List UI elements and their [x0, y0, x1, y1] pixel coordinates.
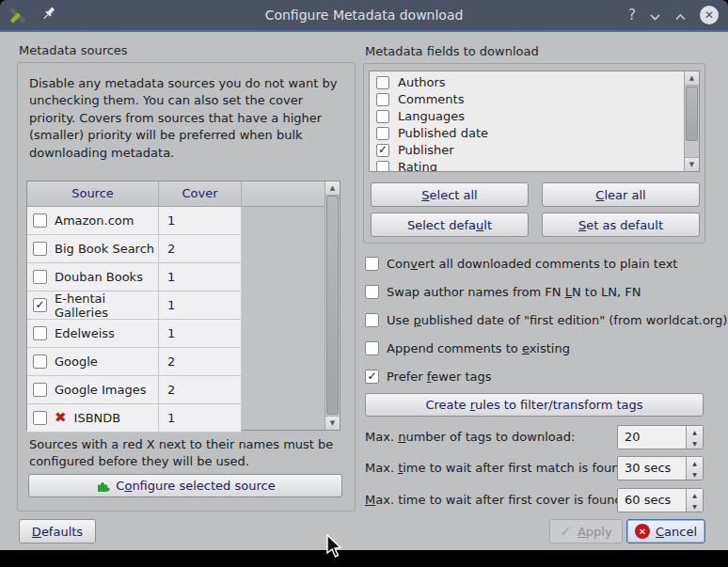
- sources-table-header[interactable]: Source Cover priority: [27, 181, 326, 207]
- titlebar[interactable]: Configure Metadata download ? ✕: [0, 0, 728, 30]
- field-checkbox[interactable]: ✓: [376, 161, 389, 173]
- option-checkbox[interactable]: ✓: [365, 370, 379, 384]
- field-checkbox[interactable]: ✓: [376, 76, 389, 89]
- field-row-languages[interactable]: ✓ Languages: [370, 107, 687, 125]
- fields-list-scrollbar[interactable]: ▲ ▼: [684, 71, 699, 171]
- field-row-authors[interactable]: ✓ Authors: [370, 73, 687, 91]
- field-checkbox[interactable]: ✓: [376, 127, 389, 140]
- scrollbar-thumb[interactable]: [686, 87, 698, 141]
- spin-up-icon[interactable]: ▲: [687, 426, 703, 437]
- sources-table-rows: ✓ Amazon.com 1 ✓ Big Book Search 2 ✓ D: [27, 207, 326, 430]
- option-label: Swap author names from FN LN to LN, FN: [387, 285, 641, 299]
- scroll-up-icon[interactable]: ▲: [685, 71, 699, 86]
- column-header-source[interactable]: Source: [27, 181, 159, 206]
- option-swap-author-names[interactable]: ✓ Swap author names from FN LN to LN, FN: [365, 284, 641, 299]
- cover-priority-cell[interactable]: 1: [159, 320, 242, 348]
- configure-selected-source-button[interactable]: Configure selected source: [28, 474, 342, 497]
- chevron-down-icon[interactable]: [649, 10, 661, 20]
- option-label: Use published date of "first edition" (f…: [387, 313, 727, 327]
- cancel-button[interactable]: ✕ Cancel: [626, 519, 705, 543]
- max-cover-wait-spinner[interactable]: 60 secs ▲ ▼: [617, 488, 704, 512]
- option-checkbox[interactable]: ✓: [365, 341, 379, 355]
- close-button[interactable]: ✕: [700, 6, 719, 24]
- source-checkbox[interactable]: ✓: [33, 383, 47, 397]
- source-checkbox[interactable]: ✓: [33, 270, 47, 284]
- cover-priority-cell[interactable]: 2: [159, 376, 242, 404]
- option-append-comments[interactable]: ✓ Append comments to existing: [365, 340, 570, 355]
- option-checkbox[interactable]: ✓: [365, 285, 379, 299]
- cover-priority-cell[interactable]: 1: [159, 207, 242, 235]
- set-as-default-label: Set as default: [578, 218, 663, 232]
- max-match-wait-spinner[interactable]: 30 secs ▲ ▼: [617, 456, 704, 480]
- spin-down-icon[interactable]: ▼: [687, 500, 703, 512]
- source-checkbox[interactable]: ✓: [33, 326, 47, 340]
- source-name: Douban Books: [55, 270, 143, 284]
- column-header-cover-priority[interactable]: Cover priority: [159, 181, 242, 206]
- configure-metadata-dialog: Configure Metadata download ? ✕ Metadata…: [0, 0, 728, 567]
- help-icon[interactable]: ?: [628, 8, 636, 23]
- source-checkbox[interactable]: ✓: [33, 298, 47, 312]
- defaults-button[interactable]: Defaults: [19, 519, 96, 543]
- select-all-button[interactable]: Select all: [371, 182, 529, 207]
- source-name: Google: [55, 354, 98, 369]
- max-tags-value[interactable]: 20: [618, 426, 686, 449]
- option-checkbox[interactable]: ✓: [365, 313, 379, 327]
- cover-priority-cell[interactable]: 1: [159, 263, 242, 291]
- set-as-default-button[interactable]: Set as default: [542, 213, 700, 237]
- field-row-rating[interactable]: ✓ Rating: [370, 158, 687, 172]
- cover-priority-cell[interactable]: 1: [159, 404, 242, 433]
- source-name: Amazon.com: [55, 213, 134, 228]
- table-row-google-images[interactable]: ✓ Google Images 2: [27, 376, 326, 404]
- cover-priority-cell[interactable]: 2: [159, 348, 242, 376]
- apply-button[interactable]: ✓ Apply: [549, 519, 623, 543]
- scroll-down-icon[interactable]: ▼: [325, 416, 340, 430]
- cancel-label: Cancel: [656, 525, 697, 539]
- select-default-label: Select default: [407, 218, 492, 232]
- field-checkbox[interactable]: ✓: [376, 144, 389, 157]
- select-default-button[interactable]: Select default: [371, 213, 529, 237]
- spin-down-icon[interactable]: ▼: [687, 437, 703, 449]
- max-tags-spinner[interactable]: 20 ▲ ▼: [617, 425, 704, 449]
- table-row-amazon[interactable]: ✓ Amazon.com 1: [27, 207, 326, 235]
- spin-up-icon[interactable]: ▲: [687, 489, 703, 500]
- source-checkbox[interactable]: ✓: [33, 411, 47, 425]
- source-checkbox[interactable]: ✓: [33, 354, 47, 369]
- table-row-douban-books[interactable]: ✓ Douban Books 1: [27, 263, 326, 291]
- option-prefer-fewer-tags[interactable]: ✓ Prefer fewer tags: [365, 369, 492, 384]
- source-checkbox[interactable]: ✓: [33, 242, 47, 256]
- source-checkbox[interactable]: ✓: [33, 213, 47, 228]
- table-row-isbndb[interactable]: ✓ ✖ ISBNDB 1: [27, 404, 326, 433]
- table-row-google[interactable]: ✓ Google 2: [27, 348, 326, 376]
- metadata-sources-group-title: Metadata sources: [19, 43, 128, 57]
- cover-priority-value: 1: [167, 298, 175, 312]
- scroll-up-icon[interactable]: ▲: [325, 181, 340, 196]
- scrollbar-thumb[interactable]: [326, 196, 339, 415]
- spin-up-icon[interactable]: ▲: [687, 457, 703, 468]
- table-row-edelweiss[interactable]: ✓ Edelweiss 1: [27, 320, 326, 348]
- metadata-fields-list[interactable]: ✓ Authors ✓ Comments ✓ Languages ✓ Publi…: [369, 71, 700, 172]
- field-row-comments[interactable]: ✓ Comments: [370, 90, 687, 108]
- max-cover-wait-value[interactable]: 60 secs: [618, 489, 686, 512]
- cover-priority-cell[interactable]: 1: [159, 291, 242, 320]
- field-row-published-date[interactable]: ✓ Published date: [370, 124, 687, 142]
- plugin-icon: [95, 479, 110, 494]
- option-convert-comments[interactable]: ✓ Convert all downloaded comments to pla…: [365, 256, 677, 271]
- cover-priority-cell[interactable]: 2: [159, 235, 242, 263]
- field-checkbox[interactable]: ✓: [376, 110, 389, 123]
- option-checkbox[interactable]: ✓: [365, 257, 379, 271]
- max-tags-label: Max. number of tags to download:: [365, 425, 575, 449]
- chevron-up-icon[interactable]: [674, 10, 687, 20]
- spin-down-icon[interactable]: ▼: [687, 468, 703, 480]
- clear-all-button[interactable]: Clear all: [542, 182, 700, 207]
- scroll-down-icon[interactable]: ▼: [685, 157, 699, 171]
- create-tag-rules-button[interactable]: Create rules to filter/transform tags: [365, 393, 704, 417]
- max-match-wait-value[interactable]: 30 secs: [618, 457, 686, 480]
- field-checkbox[interactable]: ✓: [376, 93, 389, 106]
- option-first-edition-date[interactable]: ✓ Use published date of "first edition" …: [365, 312, 727, 327]
- sources-table-scrollbar[interactable]: ▲ ▼: [324, 181, 340, 430]
- field-row-publisher[interactable]: ✓ Publisher: [370, 141, 687, 159]
- table-row-e-hentai-galleries[interactable]: ✓ E-hentai Galleries 1: [27, 291, 326, 320]
- option-label: Prefer fewer tags: [387, 370, 492, 384]
- sources-table[interactable]: Source Cover priority ✓ Amazon.com 1 ✓ B…: [26, 181, 340, 431]
- table-row-big-book-search[interactable]: ✓ Big Book Search 2: [27, 235, 326, 263]
